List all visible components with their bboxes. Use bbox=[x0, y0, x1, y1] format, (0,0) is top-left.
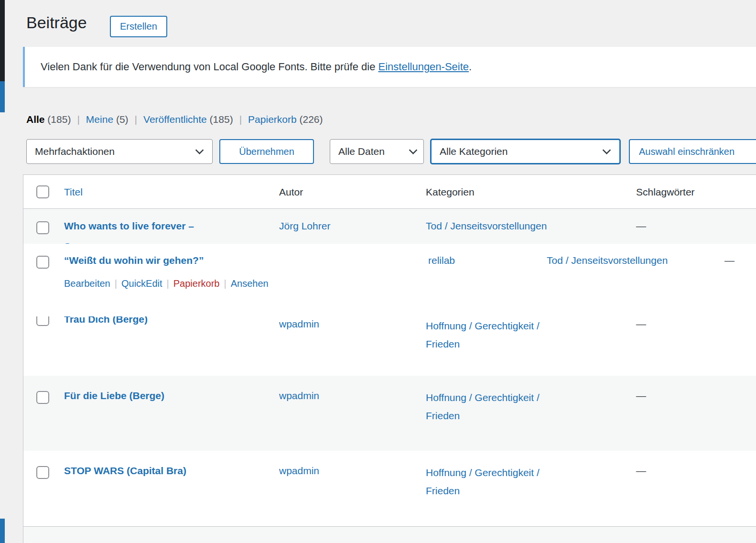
dates-selected-value: Alle Daten bbox=[338, 146, 385, 157]
post-title-link[interactable]: Who wants to live forever – bbox=[64, 219, 194, 233]
categories-link[interactable]: Tod / Jenseitsvorstellungen bbox=[547, 253, 668, 268]
chevron-down-icon bbox=[195, 146, 204, 154]
action-separator: | bbox=[115, 278, 117, 289]
apply-button[interactable]: Übernehmen bbox=[219, 139, 314, 164]
admin-menu-active-item-edge bbox=[0, 81, 5, 112]
admin-menu-edge bbox=[0, 0, 5, 81]
table-row: Who wants to live forever – S Jörg Lohre… bbox=[23, 209, 756, 244]
column-header-author: Autor bbox=[279, 185, 303, 199]
tags-cell: — bbox=[636, 389, 646, 403]
filter-separator: | bbox=[135, 114, 137, 125]
wordpress-posts-page: Beiträge Erstellen Vielen Dank für die V… bbox=[0, 0, 756, 543]
column-header-title[interactable]: Titel bbox=[64, 185, 83, 199]
tags-cell: — bbox=[724, 253, 734, 268]
filter-mine-count: (5) bbox=[116, 114, 129, 125]
filter-trash-label: Papierkorb bbox=[248, 114, 297, 125]
column-header-categories: Kategorien bbox=[426, 185, 475, 199]
post-title-link[interactable]: Trau Dich (Berge) bbox=[64, 316, 148, 326]
row-checkbox[interactable] bbox=[36, 256, 49, 269]
table-row: STOP WARS (Capital Bra) wpadmin Hoffnung… bbox=[23, 451, 756, 526]
table-footer bbox=[23, 526, 756, 543]
filter-separator: | bbox=[239, 114, 242, 125]
categories-selected-value: Alle Kategorien bbox=[440, 146, 508, 157]
tags-cell: — bbox=[636, 464, 646, 478]
column-header-tags: Schlagwörter bbox=[636, 185, 695, 199]
post-title-link[interactable]: STOP WARS (Capital Bra) bbox=[64, 464, 186, 478]
settings-page-link[interactable]: Einstellungen-Seite bbox=[378, 61, 469, 73]
action-edit-link[interactable]: Bearbeiten bbox=[64, 278, 110, 289]
post-title-link[interactable]: Für die Liebe (Berge) bbox=[64, 389, 164, 403]
posts-table: Titel Autor Kategorien Schlagwörter Who … bbox=[23, 174, 756, 543]
categories-link[interactable]: Hoffnung / Gerechtigkeit / Frieden bbox=[426, 464, 574, 500]
categories-filter-select[interactable]: Alle Kategorien bbox=[431, 139, 620, 164]
author-link[interactable]: Jörg Lohrer bbox=[279, 219, 330, 233]
row-actions: Bearbeiten|QuickEdit|Papierkorb|Ansehen bbox=[64, 276, 269, 291]
filter-trash-count: (226) bbox=[300, 114, 323, 125]
categories-link[interactable]: Hoffnung / Gerechtigkeit / Frieden bbox=[426, 317, 574, 353]
notice-text-before: Vielen Dank für die Verwendung von Local… bbox=[41, 61, 378, 73]
bulk-actions-selected-value: Mehrfachaktionen bbox=[35, 146, 115, 157]
admin-menu-edge-bottom bbox=[0, 519, 5, 543]
tags-cell: — bbox=[636, 219, 646, 233]
table-row: Für die Liebe (Berge) wpadmin Hoffnung /… bbox=[23, 376, 756, 451]
notice-text-after: . bbox=[469, 61, 472, 73]
author-link[interactable]: wpadmin bbox=[279, 389, 319, 403]
row-checkbox[interactable] bbox=[36, 316, 49, 326]
post-title-link[interactable]: “Weißt du wohin wir gehen?” bbox=[64, 253, 204, 268]
page-title: Beiträge bbox=[26, 13, 87, 32]
dates-filter-select[interactable]: Alle Daten bbox=[330, 139, 424, 164]
action-trash-link[interactable]: Papierkorb bbox=[173, 278, 220, 289]
filter-mine[interactable]: Meine (5) bbox=[86, 114, 129, 125]
chevron-down-icon bbox=[602, 146, 611, 154]
post-title-link-clipped-line[interactable]: S bbox=[64, 239, 71, 244]
tags-cell: — bbox=[636, 317, 646, 331]
action-separator: | bbox=[224, 278, 226, 289]
select-all-checkbox[interactable] bbox=[36, 185, 49, 198]
row-checkbox[interactable] bbox=[36, 391, 49, 404]
filter-button[interactable]: Auswahl einschränken bbox=[629, 139, 756, 164]
categories-link[interactable]: Hoffnung / Gerechtigkeit / Frieden bbox=[426, 389, 574, 425]
filter-mine-label: Meine bbox=[86, 114, 113, 125]
create-post-button[interactable]: Erstellen bbox=[110, 16, 167, 37]
bulk-actions-select[interactable]: Mehrfachaktionen bbox=[26, 139, 213, 164]
author-link[interactable]: relilab bbox=[428, 253, 455, 268]
chevron-down-icon bbox=[409, 146, 417, 154]
filter-all[interactable]: Alle (185) bbox=[26, 114, 71, 125]
action-view-link[interactable]: Ansehen bbox=[231, 278, 269, 289]
row-checkbox[interactable] bbox=[36, 466, 49, 479]
post-status-filters: Alle (185) | Meine (5) | Veröffentlichte… bbox=[26, 114, 323, 125]
filter-published-label: Veröffentlichte bbox=[143, 114, 207, 125]
action-separator: | bbox=[167, 278, 169, 289]
filter-all-label: Alle bbox=[26, 114, 45, 125]
notice-banner: Vielen Dank für die Verwendung von Local… bbox=[23, 47, 756, 87]
table-header-row: Titel Autor Kategorien Schlagwörter bbox=[23, 175, 756, 209]
filter-published[interactable]: Veröffentlichte (185) bbox=[143, 114, 233, 125]
author-link[interactable]: wpadmin bbox=[279, 464, 319, 478]
filter-published-count: (185) bbox=[210, 114, 233, 125]
notice-text: Vielen Dank für die Verwendung von Local… bbox=[25, 61, 472, 73]
filter-trash[interactable]: Papierkorb (226) bbox=[248, 114, 323, 125]
table-row: Trau Dich (Berge) wpadmin Hoffnung / Ger… bbox=[23, 316, 756, 376]
action-quickedit-link[interactable]: QuickEdit bbox=[121, 278, 162, 289]
row-checkbox[interactable] bbox=[36, 221, 49, 234]
filter-all-count: (185) bbox=[47, 114, 71, 125]
table-row-hovered: “Weißt du wohin wir gehen?” Bearbeiten|Q… bbox=[23, 244, 756, 316]
filter-separator: | bbox=[77, 114, 79, 125]
author-link[interactable]: wpadmin bbox=[279, 317, 319, 331]
categories-link[interactable]: Tod / Jenseitsvorstellungen bbox=[426, 219, 547, 233]
